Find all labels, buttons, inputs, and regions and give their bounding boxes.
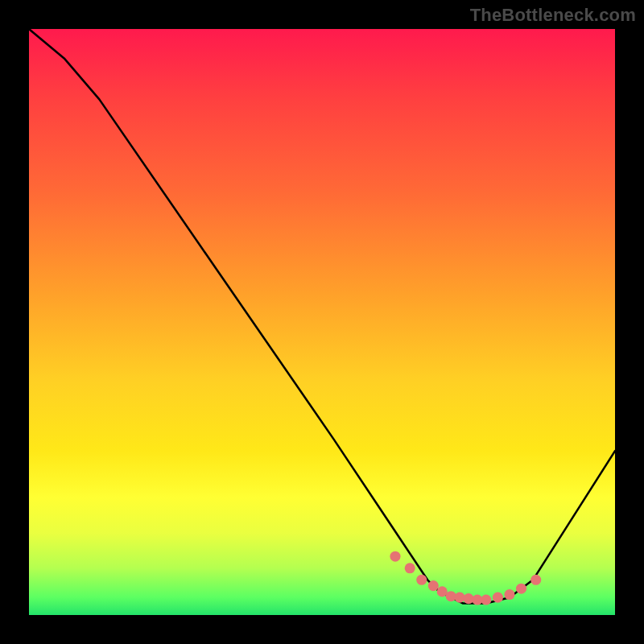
marker-dot (493, 592, 503, 603)
marker-dot (390, 551, 400, 562)
curve-line (29, 29, 615, 603)
marker-dot (504, 589, 514, 600)
marker-dot (428, 580, 439, 591)
marker-dot (416, 575, 427, 585)
chart-viewport: TheBottleneck.com (0, 0, 644, 644)
marker-dot (481, 595, 491, 605)
marker-dot (516, 584, 526, 594)
chart-frame (29, 29, 615, 615)
marker-dot (530, 575, 541, 585)
marker-dot (405, 563, 415, 573)
chart-svg (29, 29, 615, 615)
watermark-label: TheBottleneck.com (470, 5, 636, 26)
